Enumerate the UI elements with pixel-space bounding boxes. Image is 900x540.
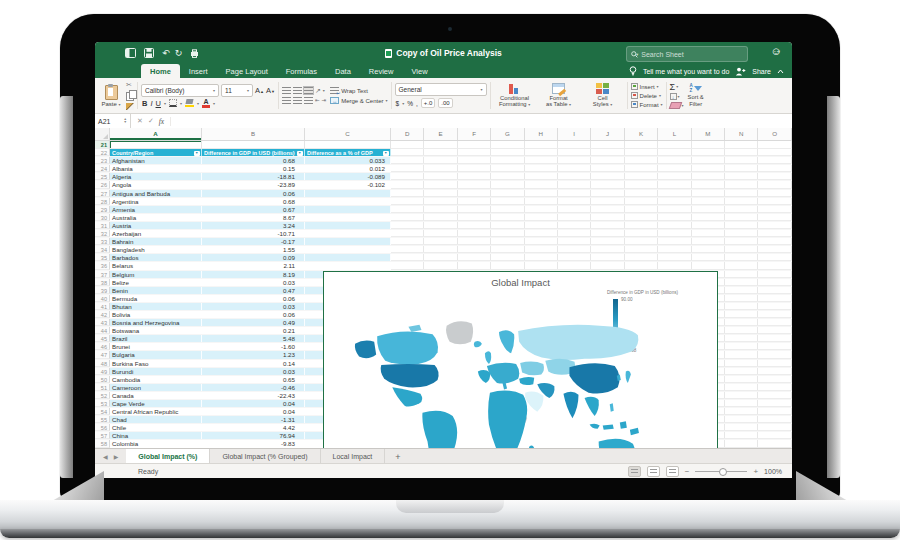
row-number-36[interactable]: 36 xyxy=(95,262,110,269)
grid-cell-B27[interactable]: 0.06 xyxy=(202,190,305,197)
tell-me-label[interactable]: Tell me what you want to do xyxy=(643,68,729,75)
row-number-28[interactable]: 28 xyxy=(95,198,110,205)
grid-cell-B40[interactable]: 0.06 xyxy=(202,295,305,302)
grid-cell-C29[interactable] xyxy=(305,206,391,213)
normal-view-button[interactable] xyxy=(628,466,641,477)
autosum-button[interactable]: Σ▾ xyxy=(670,83,684,91)
add-sheet-button[interactable]: + xyxy=(385,449,410,464)
row-number-38[interactable]: 38 xyxy=(95,279,110,286)
empty-grid-cells[interactable] xyxy=(391,198,792,205)
font-name-select[interactable]: Calibri (Body)▾ xyxy=(141,84,219,97)
grid-cell-A38[interactable]: Belize xyxy=(110,279,202,286)
chart[interactable]: Global Impact Difference in GDP in USD (… xyxy=(323,271,718,448)
fill-button[interactable]: ↓▾ xyxy=(670,93,684,100)
tab-view[interactable]: View xyxy=(402,64,436,78)
row-number-55[interactable]: 55 xyxy=(95,416,110,423)
grid-cell-B57[interactable]: 76.94 xyxy=(202,432,305,439)
grid-cell-B21[interactable] xyxy=(202,141,305,149)
grid-cell-A35[interactable]: Barbados xyxy=(110,254,202,261)
comma-button[interactable]: , xyxy=(416,100,418,107)
sidebar-toggle-icon[interactable] xyxy=(125,48,136,58)
grid-cell-A51[interactable]: Cameroon xyxy=(110,384,202,391)
grid-cell-A34[interactable]: Bangladesh xyxy=(110,246,202,253)
table-header-cell[interactable]: Difference in GDP in USD (billions)▾ xyxy=(202,149,305,156)
row-number-56[interactable]: 56 xyxy=(95,424,110,431)
grid-cell-A42[interactable]: Bolivia xyxy=(110,311,202,318)
grid-cell-B53[interactable]: 0.04 xyxy=(202,400,305,407)
grid-cell-B49[interactable]: 0.03 xyxy=(202,368,305,375)
currency-button[interactable]: $ xyxy=(396,100,400,107)
grid-cell-A58[interactable]: Colombia xyxy=(110,440,202,447)
search-sheet-input[interactable]: ▾ Search Sheet xyxy=(626,46,748,62)
feedback-smiley-button[interactable]: ☺▾ xyxy=(771,45,781,57)
empty-grid-cells[interactable] xyxy=(391,190,792,197)
number-format-select[interactable]: General▾ xyxy=(395,83,487,96)
cell-styles-button[interactable]: CellStyles ▾ xyxy=(582,80,624,111)
table-header-cell[interactable]: Country/Region▾ xyxy=(110,149,202,156)
sort-filter-button[interactable]: AZ Sort &Filter xyxy=(688,84,704,106)
empty-grid-cells[interactable] xyxy=(391,173,792,180)
grid-cell-B38[interactable]: 0.03 xyxy=(202,279,305,286)
insert-cells-button[interactable]: Insert ▾ xyxy=(631,83,663,90)
grid-cell-C21[interactable] xyxy=(305,141,391,149)
undo-button[interactable]: ↶▾ xyxy=(162,48,167,58)
row-number-53[interactable]: 53 xyxy=(95,400,110,407)
copy-icon[interactable] xyxy=(126,92,134,101)
save-icon[interactable] xyxy=(144,48,154,58)
align-center-icon[interactable] xyxy=(293,97,302,104)
grid-cell-A41[interactable]: Bhutan xyxy=(110,303,202,310)
column-header-H[interactable]: H xyxy=(525,128,558,140)
wrap-text-button[interactable]: Wrap Text xyxy=(330,87,387,94)
row-number-23[interactable]: 23 xyxy=(95,157,110,164)
empty-grid-cells[interactable] xyxy=(391,165,792,172)
shrink-font-button[interactable]: A▼ xyxy=(266,86,275,95)
row-number-21[interactable]: 21 xyxy=(95,141,110,149)
grid-cell-B39[interactable]: 0.47 xyxy=(202,287,305,294)
grid-cell-A33[interactable]: Bahrain xyxy=(110,238,202,245)
grid-cell-A23[interactable]: Afghanistan xyxy=(110,157,202,164)
row-number-43[interactable]: 43 xyxy=(95,319,110,326)
grid-cell-A21[interactable] xyxy=(110,141,202,149)
column-header-M[interactable]: M xyxy=(692,128,725,140)
zoom-slider[interactable] xyxy=(695,471,747,472)
grid-cell-A50[interactable]: Cambodia xyxy=(110,376,202,383)
tab-insert[interactable]: Insert xyxy=(180,64,217,78)
ribbon-collapse-chevron-icon[interactable] xyxy=(777,69,784,74)
row-number-33[interactable]: 33 xyxy=(95,238,110,245)
column-header-F[interactable]: F xyxy=(458,128,491,140)
name-box[interactable]: A21 ▲▼ xyxy=(95,114,131,128)
clear-button[interactable]: ▾ xyxy=(670,102,684,109)
empty-grid-cells[interactable] xyxy=(391,238,792,245)
row-number-41[interactable]: 41 xyxy=(95,303,110,310)
grid-cell-C33[interactable] xyxy=(305,238,391,245)
bottom-align-icon[interactable] xyxy=(304,87,313,94)
grid-cell-B29[interactable]: 0.67 xyxy=(202,206,305,213)
grid-cell-B35[interactable]: 0.09 xyxy=(202,254,305,261)
format-painter-icon[interactable] xyxy=(126,103,134,110)
grid-cell-C28[interactable] xyxy=(305,198,391,205)
grid-cell-A24[interactable]: Albania xyxy=(110,165,202,172)
column-header-D[interactable]: D xyxy=(391,128,424,140)
column-header-I[interactable]: I xyxy=(558,128,591,140)
grid-cell-C30[interactable] xyxy=(305,214,391,221)
grid-cell-B28[interactable]: 0.68 xyxy=(202,198,305,205)
row-number-57[interactable]: 57 xyxy=(95,432,110,439)
bold-button[interactable]: B xyxy=(142,99,147,108)
row-number-51[interactable]: 51 xyxy=(95,384,110,391)
underline-button[interactable]: U xyxy=(156,99,161,108)
select-all-corner[interactable] xyxy=(95,128,110,140)
grid-cell-C32[interactable] xyxy=(305,230,391,237)
grid-cell-B45[interactable]: 5.48 xyxy=(202,335,305,342)
grid-cell-B23[interactable]: 0.68 xyxy=(202,157,305,164)
tab-review[interactable]: Review xyxy=(360,64,403,78)
row-number-54[interactable]: 54 xyxy=(95,408,110,415)
grid-cell-C23[interactable]: 0.033 xyxy=(305,157,391,164)
font-color-icon[interactable]: A xyxy=(202,99,210,108)
formula-input[interactable] xyxy=(171,114,792,128)
grid-cell-B43[interactable]: 0.49 xyxy=(202,319,305,326)
row-number-34[interactable]: 34 xyxy=(95,246,110,253)
grid-cell-B52[interactable]: -22.43 xyxy=(202,392,305,399)
empty-grid-cells[interactable] xyxy=(391,141,792,149)
confirm-entry-icon[interactable]: ✓ xyxy=(148,117,154,125)
grid-cell-B55[interactable]: -1.31 xyxy=(202,416,305,423)
